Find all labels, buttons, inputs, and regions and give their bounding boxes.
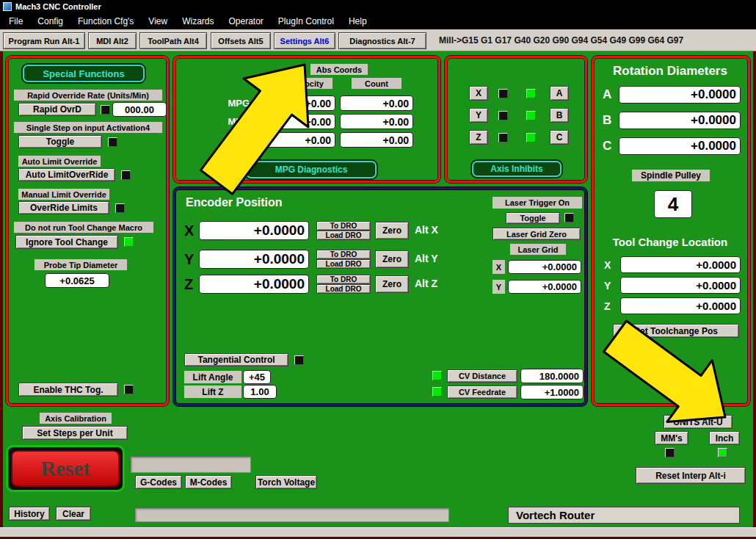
encoder-z-value[interactable]: +0.0000 — [199, 275, 309, 294]
tangential-control-button[interactable]: Tangential Control — [184, 353, 288, 366]
menu-view[interactable]: View — [141, 14, 175, 29]
cv-distance-button[interactable]: CV Distance — [447, 369, 517, 383]
window-title: Mach3 CNC Controller — [15, 2, 101, 11]
menu-operator[interactable]: Operator — [222, 14, 271, 29]
x-to-dro-button[interactable]: To DRO — [316, 221, 371, 231]
gcodes-button[interactable]: G-Codes — [135, 475, 182, 489]
mpg2-label: MPG 2 — [211, 114, 258, 129]
laser-x-value[interactable]: +0.0000 — [508, 260, 581, 274]
tangential-control-led — [294, 355, 304, 365]
mpg2-velocity-value[interactable]: +0.00 — [262, 114, 335, 129]
menu-config[interactable]: Config — [30, 14, 70, 29]
menu-help[interactable]: Help — [341, 14, 374, 29]
inhibit-a-led — [526, 89, 536, 98]
mpg3-velocity-value[interactable]: +0.00 — [262, 132, 335, 148]
rapid-override-rate-label: Rapid Override Rate (Units/Min) — [14, 90, 162, 101]
torch-voltage-button[interactable]: Torch Voltage — [255, 475, 317, 489]
menu-plugin-control[interactable]: PlugIn Control — [271, 14, 341, 29]
screen-tab-bar: Program Run Alt-1 MDI Alt2 ToolPath Alt4… — [0, 29, 756, 51]
y-zero-button[interactable]: Zero — [375, 250, 409, 268]
z-zero-button[interactable]: Zero — [375, 275, 409, 293]
inhibit-c-button[interactable]: C — [550, 130, 569, 145]
mpg2-count-value[interactable]: +0.00 — [340, 114, 413, 129]
probe-tip-diameter-label: Probe Tip Diameter — [34, 259, 127, 270]
rotation-b-value[interactable]: +0.0000 — [619, 112, 741, 129]
tab-mdi[interactable]: MDI Alt2 — [88, 32, 137, 49]
mcodes-button[interactable]: M-Codes — [185, 475, 232, 489]
override-limits-button[interactable]: OverRide Limits — [18, 201, 109, 214]
reset-button[interactable]: Reset — [11, 450, 120, 487]
mpg-diagnostics-button[interactable]: MPG Diagnostics — [246, 161, 377, 178]
clear-button[interactable]: Clear — [56, 507, 91, 521]
mm-button[interactable]: MM's — [655, 431, 688, 445]
set-toolchange-pos-button[interactable]: Set Toolchange Pos — [613, 324, 739, 338]
axis-calibration-label: Axis Calibration — [40, 413, 112, 424]
rotation-a-value[interactable]: +0.0000 — [619, 86, 741, 104]
inhibit-a-button[interactable]: A — [550, 86, 569, 101]
mm-led — [665, 448, 675, 457]
encoder-y-value[interactable]: +0.0000 — [199, 250, 309, 269]
history-button[interactable]: History — [9, 507, 50, 521]
x-load-dro-button[interactable]: Load DRO — [316, 231, 371, 240]
inhibit-x-button[interactable]: X — [469, 86, 488, 101]
units-button[interactable]: UNITS Alt-U — [664, 415, 733, 429]
menu-function-cfgs[interactable]: Function Cfg's — [70, 14, 141, 29]
laser-grid-zero-button[interactable]: Laser Grid Zero — [493, 228, 581, 240]
spindle-pulley-value[interactable]: 4 — [654, 190, 692, 218]
cv-feedrate-value[interactable]: +1.0000 — [520, 385, 584, 399]
mpg1-velocity-value[interactable]: +0.00 — [262, 95, 335, 111]
encoder-y-label: Y — [184, 250, 197, 269]
single-step-toggle-button[interactable]: Toggle — [18, 135, 102, 148]
encoder-x-value[interactable]: +0.0000 — [199, 221, 309, 240]
menu-wizards[interactable]: Wizards — [175, 14, 221, 29]
tab-toolpath[interactable]: ToolPath Alt4 — [139, 32, 207, 49]
tab-diagnostics[interactable]: Diagnostics Alt-7 — [338, 32, 426, 49]
inhibit-z-button[interactable]: Z — [469, 130, 488, 145]
toolchange-y-value[interactable]: +0.0000 — [620, 277, 741, 294]
auto-limit-override-button[interactable]: Auto LimitOverRide — [18, 168, 115, 181]
alt-y-label: Alt Y — [415, 253, 438, 264]
ignore-tool-change-button[interactable]: Ignore Tool Change — [15, 235, 118, 249]
rapid-ovrd-button[interactable]: Rapid OvrD — [18, 103, 96, 116]
lift-angle-value[interactable]: +45 — [243, 370, 271, 384]
set-steps-per-unit-button[interactable]: Set Steps per Unit — [22, 426, 128, 440]
laser-grid-label: Laser Grid — [510, 244, 566, 255]
toolchange-z-value[interactable]: +0.0000 — [620, 297, 741, 314]
mpg3-count-value[interactable]: +0.00 — [340, 132, 413, 148]
special-functions-button[interactable]: Special Functions — [23, 65, 145, 82]
spindle-pulley-label: Spindle Pulley — [632, 170, 710, 181]
z-to-dro-button[interactable]: To DRO — [316, 275, 371, 284]
inhibit-b-button[interactable]: B — [550, 108, 569, 123]
mach3-window: Mach3 CNC Controller File Config Functio… — [0, 0, 756, 539]
encoder-position-title: Encoder Position — [186, 196, 283, 209]
reset-interp-button[interactable]: Reset Interp Alt-i — [636, 467, 746, 484]
lift-z-value[interactable]: 1.00 — [243, 385, 277, 399]
tab-program-run[interactable]: Program Run Alt-1 — [3, 32, 85, 49]
rotation-b-label: B — [603, 112, 617, 129]
cv-feedrate-button[interactable]: CV Feedrate — [447, 386, 517, 399]
z-load-dro-button[interactable]: Load DRO — [316, 284, 371, 294]
mpg1-count-value[interactable]: +0.00 — [340, 95, 413, 111]
enable-thc-button[interactable]: Enable THC Tog. — [18, 383, 118, 397]
laser-toggle-button[interactable]: Toggle — [506, 212, 560, 224]
rotation-c-value[interactable]: +0.0000 — [619, 137, 741, 155]
laser-y-value[interactable]: +0.0000 — [508, 280, 581, 294]
inch-button[interactable]: Inch — [709, 431, 740, 445]
y-to-dro-button[interactable]: To DRO — [316, 250, 371, 259]
inhibit-y-button[interactable]: Y — [469, 108, 488, 123]
tab-settings[interactable]: Settings Alt6 — [274, 32, 335, 49]
velocity-header: Velocity — [284, 78, 332, 89]
settings-screen: Special Functions Rapid Override Rate (U… — [0, 51, 756, 527]
tab-offsets[interactable]: Offsets Alt5 — [211, 32, 271, 49]
x-zero-button[interactable]: Zero — [375, 222, 409, 239]
rapid-ovrd-value[interactable]: 000.00 — [112, 102, 167, 117]
encoder-z-label: Z — [184, 275, 197, 294]
menu-file[interactable]: File — [1, 14, 30, 29]
axis-inhibits-button[interactable]: Axis Inhibits — [472, 161, 561, 177]
cv-distance-value[interactable]: 180.0000 — [520, 369, 584, 383]
y-load-dro-button[interactable]: Load DRO — [316, 259, 371, 269]
inhibit-c-led — [526, 133, 536, 142]
toolchange-x-value[interactable]: +0.0000 — [620, 256, 741, 273]
probe-tip-diameter-value[interactable]: +0.0625 — [45, 273, 109, 288]
special-functions-panel: Special Functions Rapid Override Rate (U… — [6, 56, 169, 406]
